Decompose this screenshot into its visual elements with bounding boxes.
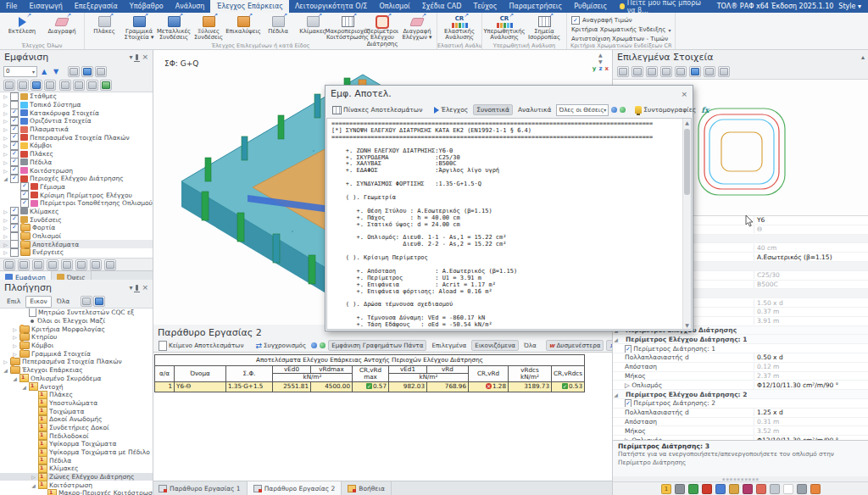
style-menu[interactable]: Style ▾	[838, 3, 861, 10]
navigation-tree-item-12[interactable]: Τοιχώματα	[0, 407, 153, 415]
navigation-tree-item-22[interactable]: Μακρο-Περιοχές Κοιτόστρωσης	[0, 489, 153, 495]
summary-toggle[interactable]: Συνοπτικά	[473, 104, 513, 115]
scroll-up-icon[interactable]: ▲	[683, 120, 691, 125]
nav-tab-shown[interactable]: Εικον	[25, 296, 51, 308]
expander-icon[interactable]: ▷	[12, 334, 18, 340]
chart-line-icon[interactable]	[715, 484, 726, 494]
always-show-graphs-toggle[interactable]: Εμφάνιση Γραφημάτων Πάντα	[328, 340, 426, 351]
up-arrow-icon[interactable]: ▲	[39, 67, 49, 76]
expander-icon[interactable]: ▷	[12, 351, 18, 357]
expander-icon[interactable]: ▷	[3, 217, 8, 223]
display-tree-item-1[interactable]: ▷Τοπικό Σύστημα	[0, 101, 153, 109]
checkbox-icon[interactable]	[10, 248, 19, 257]
ribbon-button-delete-checks[interactable]: ↗Διαγραφή Ελέγχων ▾	[400, 14, 434, 42]
pin-icon[interactable]	[136, 285, 138, 291]
worst-case-toggle[interactable]: w Δυσμενέστερα	[546, 340, 604, 351]
expander-icon[interactable]: ◢	[3, 175, 8, 181]
select-arrow-icon[interactable]	[617, 66, 629, 77]
filter-icon[interactable]	[32, 259, 44, 270]
display-tree-item-2[interactable]: ▷✓Κατακόρυφα Στοιχεία	[0, 108, 153, 117]
sync-button[interactable]: ⇄ Συγχρονισμός	[253, 341, 309, 350]
display-tree-item-19[interactable]: ▷Ενέργειες	[0, 248, 153, 257]
expander-icon[interactable]: ▷	[3, 359, 8, 364]
select-elements-icon[interactable]	[3, 259, 15, 270]
checkbox-icon[interactable]: ✓	[10, 215, 19, 224]
checkbox-icon[interactable]: ✓	[10, 117, 19, 125]
view-solid-icon[interactable]	[689, 66, 701, 77]
menu-tab-3[interactable]: Υπόβαθρο	[124, 0, 170, 13]
zoom-extents-icon[interactable]	[81, 66, 93, 77]
property-row-17[interactable]: Μήκος2.37 m	[613, 372, 868, 381]
display-tree-item-5[interactable]: ▷✓Πεπερασμένα Στοιχεία Πλακών	[0, 133, 153, 142]
zoom-previous-icon[interactable]	[95, 66, 107, 77]
select-region-icon[interactable]	[18, 259, 30, 270]
file-blank-icon[interactable]	[783, 484, 793, 494]
blue-marker-toggle[interactable]	[311, 342, 317, 348]
detailed-toggle[interactable]: Αναλυτικά	[515, 105, 554, 114]
display-tree-item-3[interactable]: ▷✓Οριζόντια Στοιχεία	[0, 117, 153, 125]
checkbox-icon[interactable]: ✓	[10, 166, 19, 175]
ribbon-button-slabs-check[interactable]: ↗Πλάκες	[87, 14, 121, 36]
layers-icon[interactable]	[675, 484, 685, 494]
navigation-tree-item-17[interactable]: Υψίκορμα Τοιχώματα με Πέδιλο	[0, 448, 153, 457]
window-1-icon[interactable]	[81, 296, 92, 307]
scroll-down-icon[interactable]: ▼	[683, 322, 691, 328]
expander-icon[interactable]: ▷	[3, 159, 8, 165]
grid-icon[interactable]	[104, 259, 116, 270]
navigation-tree-item-11[interactable]: Υποστυλώματα	[0, 399, 153, 408]
nav-tab-all[interactable]: Όλα	[53, 296, 74, 308]
expander-icon[interactable]: ▷	[3, 102, 8, 108]
work-tab-0[interactable]: Παράθυρο Εργασίας 1	[153, 481, 248, 495]
abbreviations-button[interactable]: Συντομογραφίες	[632, 105, 698, 114]
checkbox-icon[interactable]: ✓	[10, 207, 19, 215]
render-cube-icon[interactable]	[44, 80, 56, 91]
display-tree-item-12[interactable]: ✓Κρίσιμη Περίμετρος Ελέγχου	[0, 191, 153, 199]
navigation-tree-item-16[interactable]: Υψίκορμα Τοιχώματα	[0, 440, 153, 448]
filter-all-button[interactable]: Όλα	[521, 341, 539, 350]
display-tree-item-14[interactable]: ▷✓Κλίμακες	[0, 208, 153, 216]
ribbon-button-linear-elements[interactable]: ↗Γραμμικά Στοιχεία ▾	[122, 14, 156, 42]
navigation-tree-item-5[interactable]: ▷Γραμμικά Στοιχεία	[0, 349, 153, 358]
navigation-tree-item-15[interactable]: Πεδιλοδοκοί	[0, 431, 153, 440]
expander-icon[interactable]: ◢	[3, 367, 8, 373]
checkbox-icon[interactable]: ✓	[10, 125, 19, 134]
export-err-icon[interactable]	[702, 484, 712, 494]
color-wheel-icon[interactable]	[810, 484, 821, 494]
swap-view-icon[interactable]	[75, 259, 87, 270]
expander-icon[interactable]: ◢	[21, 384, 27, 390]
menu-tab-1[interactable]: Εισαγωγή	[23, 0, 68, 13]
checkbox-icon[interactable]: ✓	[10, 108, 19, 117]
menu-tab-2[interactable]: Επεξεργασία	[69, 0, 124, 13]
result-tables-button[interactable]: Πίνακες Αποτελεσμάτων	[330, 105, 425, 115]
property-row-21[interactable]: Πολλαπλασιαστής d1.25 x d	[613, 409, 868, 418]
home-grey-icon[interactable]	[86, 80, 98, 91]
copy-image-icon[interactable]	[718, 66, 730, 77]
checkbox-icon[interactable]: ✓	[10, 224, 19, 232]
flag-icon[interactable]	[743, 484, 753, 494]
filter-selected-button[interactable]: Επιλεγμένα	[429, 341, 469, 350]
checkbox-icon[interactable]: ✓	[625, 345, 632, 353]
display-tree-item-0[interactable]: ▷Στάθμες	[0, 92, 153, 101]
expander-icon[interactable]: ◢	[613, 336, 619, 342]
expander-icon[interactable]: ▷	[3, 126, 8, 132]
close-icon[interactable]: ×	[142, 283, 148, 292]
checkbox-icon[interactable]	[10, 232, 19, 241]
expander-icon[interactable]: ▷	[3, 135, 8, 141]
display-tree-item-9[interactable]: ▷✓Κοιτόστρωση	[0, 166, 153, 175]
chart-icon[interactable]	[90, 259, 102, 270]
ribbon-button-raft-macro-regions[interactable]: ↗Μακροπεριοχές Κοιτόστρωσης	[331, 14, 364, 42]
results-dialog-content[interactable]: ========================================…	[326, 118, 692, 330]
property-row-22[interactable]: Απόσταση0.31 m	[613, 418, 868, 427]
checkbox-icon[interactable]: ✓	[10, 175, 19, 183]
ribbon-button-footings-check[interactable]: ↗Πέδιλα	[261, 14, 295, 36]
zoom-extents-icon[interactable]	[632, 66, 643, 77]
filter-shown-button[interactable]: Εικονιζόμενα	[471, 340, 519, 351]
ribbon-button-cr-pushover[interactable]: CR↗Υπερωθητικής Ανάλυσης	[485, 14, 524, 42]
palette-icon[interactable]	[756, 484, 766, 494]
camera-iso-icon[interactable]	[73, 80, 85, 91]
dialog-scrollbar[interactable]: ▲ ▼	[682, 119, 691, 329]
expander-icon[interactable]: ▷	[3, 110, 8, 116]
text-results-button[interactable]: Κείμενο Αποτελεσμάτων	[156, 340, 246, 352]
scrollbar-thumb[interactable]	[684, 129, 690, 195]
navigation-tree-item-18[interactable]: Πέδιλα	[0, 456, 153, 464]
